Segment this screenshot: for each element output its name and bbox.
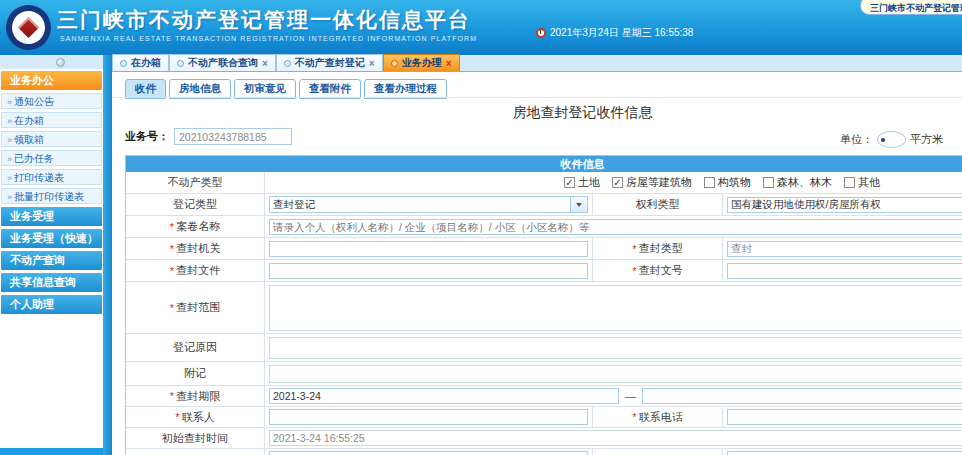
sidebar: 业务办公 »通知公告 »在办箱 »领取箱 »已办任务 »打印传递表 »批量打印传… — [0, 55, 103, 455]
field-label: 查封文件 — [176, 263, 220, 278]
field-label: 联系电话 — [639, 410, 683, 425]
field-label: 案卷名称 — [176, 219, 220, 234]
subtab-view-process[interactable]: 查看办理过程 — [364, 79, 447, 99]
chevron-icon: » — [7, 135, 12, 145]
unit-selector: 单位： 平方米 — [840, 131, 943, 148]
table-row: *联系人 *联系电话 — [126, 407, 962, 428]
unit-radio-sqm[interactable] — [877, 131, 906, 148]
realestate-type-checkboxes: ✓土地 ✓房屋等建筑物 构筑物 森林、林木 其他 — [269, 175, 962, 190]
subtab-initial-review[interactable]: 初审意见 — [234, 79, 296, 99]
subtab-receipt[interactable]: 收件 — [125, 79, 166, 99]
tab-close-icon[interactable]: × — [369, 58, 375, 69]
tab-close-icon[interactable]: × — [446, 58, 452, 69]
field-label: 不动产类型 — [126, 172, 265, 194]
tab-close-icon[interactable]: × — [262, 58, 268, 69]
app-logo-icon — [6, 5, 51, 50]
chevron-icon: » — [7, 116, 12, 126]
table-row: *案卷名称 — [126, 216, 962, 238]
seizure-scope-textarea[interactable] — [269, 285, 962, 331]
field-label: 初始查封时间 — [162, 431, 228, 446]
table-row: *查封文件 *查封文号 — [126, 260, 962, 282]
field-label: 查封文号 — [639, 263, 683, 278]
chevron-icon: » — [7, 97, 12, 107]
sidebar-collapse-button[interactable] — [56, 58, 65, 67]
app-header: 三门峡市不动产登记管理一体化信息平台 SANMENXIA REAL ESTATE… — [0, 0, 962, 55]
sidebar-item-notices[interactable]: »通知公告 — [1, 93, 102, 109]
sidebar-header-acceptance-fast[interactable]: 业务受理（快速） — [1, 229, 102, 248]
tab-business-handling[interactable]: 业务办理 × — [383, 54, 460, 71]
registration-type-select[interactable]: 查封登记 — [269, 196, 588, 213]
sidebar-item-inbox[interactable]: »在办箱 — [1, 112, 102, 128]
tab-circle-icon — [391, 60, 398, 67]
sidebar-item-done-tasks[interactable]: »已办任务 — [1, 150, 102, 166]
checkbox-forest[interactable]: 森林、林木 — [763, 175, 832, 190]
checkbox-icon: ✓ — [564, 177, 575, 188]
tab-joint-query[interactable]: 不动产联合查询 × — [169, 54, 276, 71]
table-row: *查封机关 *查封类型 — [126, 238, 962, 260]
seizure-term-start-input[interactable] — [269, 388, 619, 404]
remarks-textarea[interactable] — [269, 365, 962, 383]
cutoff-input[interactable] — [269, 451, 588, 455]
receipt-info-table: 收件信息 不动产类型 ✓土地 ✓房屋等建筑物 构筑物 森林、林木 其他 登记类型… — [125, 155, 962, 455]
table-row: 附记 — [126, 362, 962, 386]
tab-inbox[interactable]: 在办箱 — [112, 54, 169, 71]
field-label: 登记类型 — [173, 197, 217, 212]
table-row: *查封期限 — — [126, 386, 962, 407]
checkbox-other[interactable]: 其他 — [844, 175, 880, 190]
tab-circle-icon — [177, 60, 184, 67]
tab-circle-icon — [284, 60, 291, 67]
clock-icon — [536, 28, 546, 38]
business-number-input[interactable] — [174, 128, 292, 145]
window-title-tooltip: 三门峡市不动产登记管理一体化信息平台 — [860, 0, 962, 15]
contact-phone-input[interactable] — [727, 409, 962, 425]
sidebar-header-personal-assistant[interactable]: 个人助理 — [1, 295, 102, 314]
contact-person-input[interactable] — [269, 409, 588, 425]
case-name-input[interactable] — [269, 219, 962, 235]
unit-option-label: 平方米 — [910, 132, 943, 147]
business-number-label: 业务号： — [125, 129, 169, 144]
cutoff-input[interactable] — [727, 451, 962, 455]
sidebar-header-realestate-query[interactable]: 不动产查询 — [1, 251, 102, 270]
seizure-document-input[interactable] — [269, 263, 588, 279]
checkbox-icon — [763, 177, 774, 188]
sidebar-item-batch-print-transfer[interactable]: »批量打印传递表 — [1, 188, 102, 204]
registration-reason-textarea[interactable] — [269, 337, 962, 359]
form-title: 房地查封登记收件信息 — [125, 104, 962, 122]
sidebar-header-acceptance[interactable]: 业务受理 — [1, 207, 102, 226]
chevron-down-icon[interactable] — [570, 197, 587, 212]
right-type-input[interactable] — [727, 197, 962, 213]
field-label: 登记原因 — [173, 340, 217, 355]
chevron-icon: » — [7, 173, 12, 183]
sidebar-item-print-transfer[interactable]: »打印传递表 — [1, 169, 102, 185]
initial-seizure-time-input[interactable] — [269, 430, 962, 446]
checkbox-icon — [704, 177, 715, 188]
table-row — [126, 449, 962, 455]
sub-tab-bar: 收件 房地信息 初审意见 查看附件 查看办理过程 — [125, 79, 447, 99]
unit-label: 单位： — [840, 132, 873, 147]
seizure-doc-number-input[interactable] — [727, 263, 962, 279]
sidebar-item-pickup-box[interactable]: »领取箱 — [1, 131, 102, 147]
app-title: 三门峡市不动产登记管理一体化信息平台 — [57, 6, 471, 34]
table-row: 登记原因 — [126, 334, 962, 362]
table-row: *查封范围 — [126, 282, 962, 334]
subtab-view-attachments[interactable]: 查看附件 — [299, 79, 361, 99]
tab-seizure-registration[interactable]: 不动产查封登记 × — [276, 54, 383, 71]
seizure-authority-input[interactable] — [269, 241, 588, 257]
checkbox-buildings[interactable]: ✓房屋等建筑物 — [612, 175, 692, 190]
field-label: 查封范围 — [176, 300, 220, 315]
field-label: 联系人 — [182, 410, 215, 425]
seizure-term-end-input[interactable] — [642, 388, 962, 404]
table-row: 初始查封时间 — [126, 428, 962, 449]
checkbox-structures[interactable]: 构筑物 — [704, 175, 751, 190]
field-label: 权利类型 — [636, 197, 680, 212]
datetime-display: 2021年3月24日 星期三 16:55:38 — [536, 26, 693, 40]
datetime-text: 2021年3月24日 星期三 16:55:38 — [550, 26, 693, 40]
sidebar-divider-strip — [103, 55, 112, 455]
sidebar-top-strip — [0, 55, 103, 69]
subtab-property-info[interactable]: 房地信息 — [169, 79, 231, 99]
checkbox-land[interactable]: ✓土地 — [564, 175, 600, 190]
date-range-separator: — — [625, 390, 636, 402]
seizure-type-input[interactable] — [727, 241, 962, 257]
sidebar-header-shared-info-query[interactable]: 共享信息查询 — [1, 273, 102, 292]
sidebar-header-business-office[interactable]: 业务办公 — [1, 71, 102, 90]
